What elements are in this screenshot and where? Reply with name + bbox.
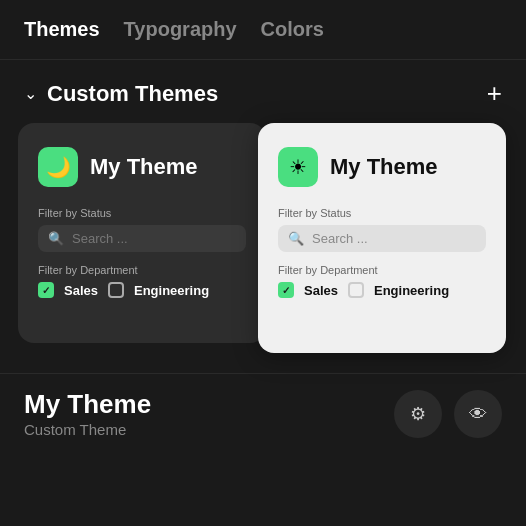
dark-search-placeholder: Search ...	[72, 231, 128, 246]
section-left: ⌄ Custom Themes	[24, 81, 218, 107]
dark-dept-row: ✓ Sales Engineering	[38, 282, 246, 298]
dark-engineering-checkbox[interactable]	[108, 282, 124, 298]
light-card-title: My Theme	[330, 154, 438, 180]
dark-filter-status-label: Filter by Status	[38, 207, 246, 219]
settings-button[interactable]: ⚙	[394, 390, 442, 438]
dark-card-header: 🌙 My Theme	[38, 147, 246, 187]
theme-name: My Theme	[24, 390, 151, 419]
light-sales-label: Sales	[304, 283, 338, 298]
dark-search-icon: 🔍	[48, 231, 64, 246]
light-search-icon: 🔍	[288, 231, 304, 246]
light-search-placeholder: Search ...	[312, 231, 368, 246]
light-card-header: ☀ My Theme	[278, 147, 486, 187]
nav-header: Themes Typography Colors	[0, 0, 526, 60]
nav-typography[interactable]: Typography	[124, 18, 237, 41]
dark-theme-icon: 🌙	[38, 147, 78, 187]
check-icon: ✓	[42, 285, 50, 296]
theme-subtitle: Custom Theme	[24, 421, 151, 438]
light-theme-icon: ☀	[278, 147, 318, 187]
theme-cards-container: 🌙 My Theme Filter by Status 🔍 Search ...…	[0, 123, 526, 363]
action-buttons: ⚙ 👁	[394, 390, 502, 438]
dark-card-title: My Theme	[90, 154, 198, 180]
section-header: ⌄ Custom Themes +	[0, 60, 526, 123]
theme-info: My Theme Custom Theme	[24, 390, 151, 438]
light-dept-row: ✓ Sales Engineering	[278, 282, 486, 298]
dark-theme-card[interactable]: 🌙 My Theme Filter by Status 🔍 Search ...…	[18, 123, 266, 343]
dark-engineering-label: Engineering	[134, 283, 209, 298]
light-filter-status-label: Filter by Status	[278, 207, 486, 219]
check-icon: ✓	[282, 285, 290, 296]
dark-sales-label: Sales	[64, 283, 98, 298]
section-title: Custom Themes	[47, 81, 218, 107]
light-theme-card[interactable]: ☀ My Theme Filter by Status 🔍 Search ...…	[258, 123, 506, 353]
eye-icon: 👁	[469, 404, 487, 425]
light-sales-checkbox[interactable]: ✓	[278, 282, 294, 298]
dark-search-box[interactable]: 🔍 Search ...	[38, 225, 246, 252]
bottom-section: My Theme Custom Theme ⚙ 👁	[0, 373, 526, 454]
dark-sales-checkbox[interactable]: ✓	[38, 282, 54, 298]
gear-icon: ⚙	[410, 403, 426, 425]
add-theme-button[interactable]: +	[487, 78, 502, 109]
chevron-down-icon[interactable]: ⌄	[24, 84, 37, 103]
nav-themes[interactable]: Themes	[24, 18, 100, 41]
nav-colors[interactable]: Colors	[261, 18, 324, 41]
dark-filter-dept-label: Filter by Department	[38, 264, 246, 276]
light-filter-dept-label: Filter by Department	[278, 264, 486, 276]
light-search-box[interactable]: 🔍 Search ...	[278, 225, 486, 252]
light-engineering-checkbox[interactable]	[348, 282, 364, 298]
preview-button[interactable]: 👁	[454, 390, 502, 438]
light-engineering-label: Engineering	[374, 283, 449, 298]
